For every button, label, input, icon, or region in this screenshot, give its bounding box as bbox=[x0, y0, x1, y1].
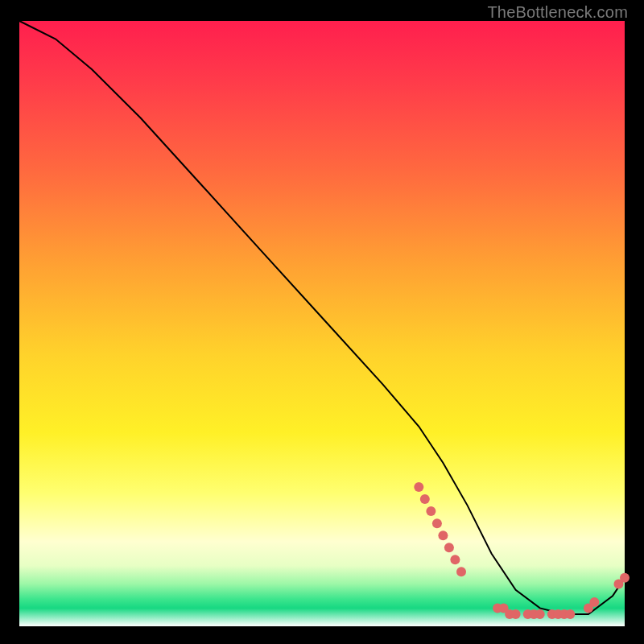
bottleneck-line bbox=[19, 21, 625, 614]
data-marker bbox=[432, 518, 442, 528]
data-marker bbox=[450, 555, 460, 564]
data-marker bbox=[444, 543, 454, 552]
data-marker bbox=[620, 573, 630, 583]
plot-area bbox=[19, 21, 625, 626]
data-marker bbox=[426, 506, 436, 516]
data-marker bbox=[511, 609, 521, 619]
data-marker bbox=[589, 597, 599, 607]
data-marker bbox=[438, 530, 448, 540]
marker-group bbox=[414, 482, 630, 619]
curve-layer bbox=[19, 21, 625, 626]
attribution-label: TheBottleneck.com bbox=[487, 3, 628, 22]
data-marker bbox=[414, 482, 423, 492]
data-marker bbox=[565, 609, 575, 619]
data-marker bbox=[456, 567, 466, 576]
chart-frame: TheBottleneck.com bbox=[0, 0, 644, 644]
data-marker bbox=[420, 494, 430, 504]
data-marker bbox=[535, 609, 545, 619]
